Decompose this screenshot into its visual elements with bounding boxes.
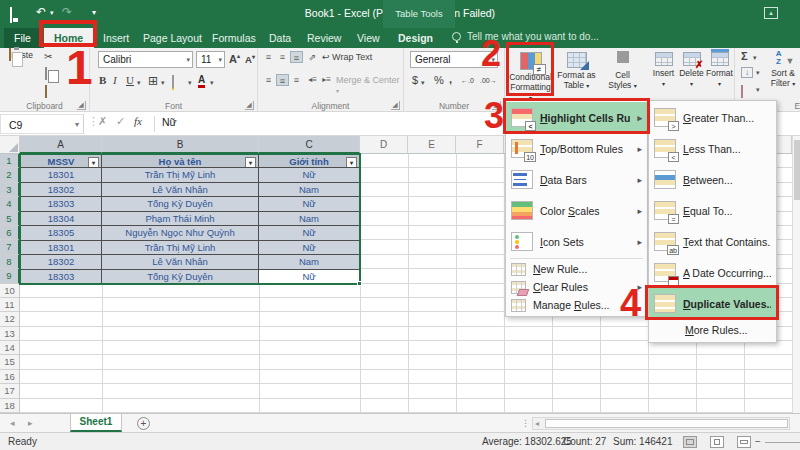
autosum-dropdown-icon[interactable]: ▾ — [753, 54, 757, 62]
filter-dropdown-icon[interactable]: ▾ — [245, 157, 256, 168]
number-dialog-launcher[interactable]: ◢ — [492, 101, 501, 110]
enter-icon[interactable]: ✓ — [116, 115, 125, 128]
tab-review[interactable]: Review — [303, 28, 345, 48]
accounting-format-icon[interactable]: $ — [412, 74, 418, 86]
row-header[interactable]: 2 — [0, 168, 20, 182]
menu-item-manage-rules[interactable]: Manage Rules... — [506, 296, 647, 314]
font-size-dropdown-icon[interactable]: ▾ — [218, 52, 222, 67]
cell[interactable]: Lê Văn Nhân — [102, 183, 259, 197]
copy-icon[interactable] — [45, 68, 47, 79]
submenu-item-less-than[interactable]: < Less Than... — [649, 133, 776, 164]
number-format-combo[interactable]: General▾ — [410, 51, 498, 68]
align-center-icon[interactable]: ≡ — [276, 74, 289, 86]
row-header[interactable]: 17 — [0, 384, 20, 398]
cell[interactable]: Nam — [259, 255, 360, 269]
clipboard-dialog-launcher[interactable]: ◢ — [77, 101, 86, 110]
submenu-item-greater-than[interactable]: > Greater Than... — [649, 102, 776, 133]
tab-insert[interactable]: Insert — [99, 28, 133, 48]
wrap-text-button[interactable]: ↩ Wrap Text — [322, 52, 372, 62]
cell[interactable]: Tống Kỳ Duyên — [102, 270, 259, 284]
row-header[interactable]: 15 — [0, 355, 20, 369]
select-all-corner[interactable] — [0, 136, 20, 153]
undo-icon[interactable]: ↶ — [36, 5, 46, 19]
cell[interactable]: Tống Kỳ Duyên — [102, 197, 259, 211]
row-header[interactable]: 5 — [0, 212, 20, 226]
accounting-dropdown-icon[interactable]: ▾ — [421, 79, 425, 87]
increase-indent-icon[interactable]: ▸≡ — [320, 74, 333, 86]
underline-button[interactable]: U — [126, 74, 134, 86]
bold-button[interactable]: B — [99, 74, 106, 86]
cell[interactable]: Nguyễn Ngọc Như Quỳnh — [102, 226, 259, 240]
orientation-icon[interactable]: ⇗ — [306, 51, 319, 63]
vscroll-thumb[interactable] — [794, 140, 800, 200]
filter-dropdown-icon[interactable]: ▾ — [346, 157, 357, 168]
cell[interactable]: 18301 — [20, 241, 102, 255]
menu-item-data-bars[interactable]: Data Bars ▸ — [506, 164, 647, 195]
cell[interactable]: Nữ — [259, 197, 360, 211]
tell-me-box[interactable]: Tell me what you want to do... — [452, 31, 599, 42]
percent-style-icon[interactable]: % — [434, 74, 444, 86]
cell[interactable]: 18303 — [20, 197, 102, 211]
header-cell-name[interactable]: Họ và tên▾ — [102, 154, 259, 168]
cell[interactable]: Nữ — [259, 168, 360, 182]
col-header-c[interactable]: C — [259, 136, 360, 153]
header-cell-gender[interactable]: Giới tính▾ — [259, 154, 360, 168]
fill-dropdown-icon[interactable]: ▾ — [756, 69, 760, 77]
decrease-decimal-icon[interactable]: .00→ — [480, 77, 497, 84]
name-box[interactable]: C9▾ — [0, 114, 84, 134]
page-layout-view-icon[interactable] — [710, 436, 724, 448]
cell[interactable]: Lê Văn Nhân — [102, 255, 259, 269]
merge-center-button[interactable]: Merge & Center ▾ — [336, 75, 403, 95]
redo-icon[interactable]: ↷ — [62, 5, 72, 19]
sheet-next-icon[interactable]: ▸ — [28, 418, 33, 428]
clear-dropdown-icon[interactable]: ▾ — [756, 86, 760, 94]
qat-customize-icon[interactable]: ▾ — [92, 8, 96, 17]
alignment-dialog-launcher[interactable]: ◢ — [391, 101, 400, 110]
borders-icon[interactable]: ⊞ — [148, 74, 158, 88]
formula-bar-value[interactable]: Nữ — [162, 116, 177, 128]
hscroll-left-icon[interactable]: ◂ — [535, 419, 539, 428]
vertical-scrollbar[interactable] — [792, 136, 800, 413]
italic-button[interactable]: I — [113, 74, 117, 86]
submenu-item-text-that-contains[interactable]: ab Text that Contains... — [649, 226, 776, 257]
cell[interactable]: Nam — [259, 212, 360, 226]
row-header[interactable]: 6 — [0, 226, 20, 240]
tab-data[interactable]: Data — [265, 28, 295, 48]
font-color-dropdown-icon[interactable]: ▾ — [210, 79, 214, 87]
menu-item-icon-sets[interactable]: Icon Sets ▸ — [506, 226, 647, 257]
font-name-combo[interactable]: Calibri▾ — [98, 51, 193, 68]
undo-dropdown-icon[interactable]: ▾ — [50, 9, 54, 17]
hscroll-splitter[interactable]: ⋮ — [521, 418, 530, 428]
increase-decimal-icon[interactable]: ←.0 — [461, 77, 474, 84]
paste-button[interactable]: Paste ▾ — [4, 49, 38, 99]
fill-handle[interactable] — [357, 281, 362, 286]
cell[interactable]: Nam — [259, 183, 360, 197]
grow-font-icon[interactable]: A▴ — [229, 52, 240, 65]
cut-icon[interactable]: ✂ — [44, 51, 52, 62]
row-header[interactable]: 13 — [0, 327, 20, 341]
hscroll-thumb[interactable] — [545, 419, 788, 428]
clear-icon[interactable] — [741, 86, 743, 97]
horizontal-scrollbar[interactable]: ◂ — [532, 417, 790, 430]
cancel-icon[interactable]: ✗ — [98, 115, 107, 128]
cell[interactable]: Nữ — [259, 226, 360, 240]
row-header[interactable]: 14 — [0, 341, 20, 355]
comma-style-icon[interactable]: , — [449, 73, 452, 85]
menu-item-new-rule[interactable]: New Rule... — [506, 260, 647, 278]
font-color-icon[interactable]: A — [198, 75, 205, 88]
format-painter-icon[interactable] — [45, 86, 47, 97]
tab-file[interactable]: File — [4, 28, 41, 48]
row-header[interactable]: 9 — [0, 269, 20, 283]
row-header[interactable]: 7 — [0, 240, 20, 254]
submenu-item-between[interactable]: Between... — [649, 164, 776, 195]
row-header[interactable]: 1 — [0, 154, 20, 168]
active-cell-c9[interactable]: Nữ — [259, 270, 360, 284]
number-format-dropdown-icon[interactable]: ▾ — [491, 52, 495, 67]
row-header[interactable]: 18 — [0, 399, 20, 413]
header-cell-mssv[interactable]: MSSV▾ — [20, 154, 102, 168]
row-header[interactable]: 8 — [0, 255, 20, 269]
font-name-dropdown-icon[interactable]: ▾ — [186, 52, 190, 67]
align-middle-icon[interactable]: ≡ — [276, 51, 289, 63]
row-header[interactable]: 12 — [0, 312, 20, 326]
submenu-item-duplicate-values[interactable]: Duplicate Values... — [649, 288, 776, 319]
